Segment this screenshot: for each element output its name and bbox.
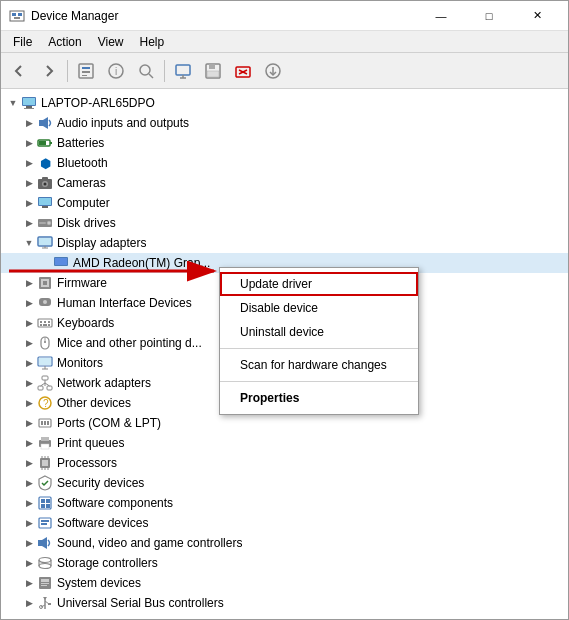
other-label: Other devices: [57, 396, 131, 410]
svg-text:⬢: ⬢: [40, 156, 51, 171]
svg-rect-16: [209, 64, 215, 69]
expand-icon[interactable]: ▶: [21, 455, 37, 471]
expand-icon[interactable]: ▶: [21, 215, 37, 231]
menu-view[interactable]: View: [90, 33, 132, 51]
menu-help[interactable]: Help: [132, 33, 173, 51]
toolbar-btn-search[interactable]: [132, 57, 160, 85]
svg-rect-79: [47, 421, 49, 425]
menu-action[interactable]: Action: [40, 33, 89, 51]
svg-point-104: [39, 564, 51, 569]
svg-rect-17: [207, 71, 219, 77]
tree-item-sound[interactable]: ▶ Sound, video and game controllers: [1, 533, 568, 553]
svg-point-53: [43, 300, 47, 304]
expand-icon[interactable]: ▶: [21, 115, 37, 131]
close-button[interactable]: ✕: [514, 1, 560, 31]
ctx-scan-hardware[interactable]: Scan for hardware changes: [220, 353, 418, 377]
tree-item-disk[interactable]: ▶ Disk drives: [1, 213, 568, 233]
toolbar-btn-download[interactable]: [259, 57, 287, 85]
software2-icon: [37, 515, 53, 531]
expand-icon-root[interactable]: ▼: [5, 95, 21, 111]
expand-icon[interactable]: ▶: [21, 375, 37, 391]
tree-item-software-devices[interactable]: ▶ Software devices: [1, 513, 568, 533]
expand-icon[interactable]: ▶: [21, 195, 37, 211]
expand-icon[interactable]: ▶: [21, 335, 37, 351]
svg-point-41: [47, 221, 51, 225]
tree-item-print[interactable]: ▶ Print queues: [1, 433, 568, 453]
expand-icon[interactable]: ▶: [21, 415, 37, 431]
toolbar-btn-monitor[interactable]: [169, 57, 197, 85]
expand-icon[interactable]: ▶: [21, 435, 37, 451]
svg-rect-55: [40, 321, 42, 323]
tree-item-ports[interactable]: ▶ Ports (COM & LPT): [1, 413, 568, 433]
expand-icon: [37, 255, 53, 271]
tree-item-software-components[interactable]: ▶ Software components: [1, 493, 568, 513]
keyboards-label: Keyboards: [57, 316, 114, 330]
tree-item-computer[interactable]: ▶ Computer: [1, 193, 568, 213]
toolbar-btn-info[interactable]: i: [102, 57, 130, 85]
expand-icon[interactable]: ▶: [21, 535, 37, 551]
amd-label: AMD Radeon(TM) Grap...: [73, 256, 210, 270]
expand-icon[interactable]: ▶: [21, 295, 37, 311]
ctx-disable-device[interactable]: Disable device: [220, 296, 418, 320]
tree-item-usb[interactable]: ▶ Universal Serial Bus controllers: [1, 593, 568, 613]
svg-rect-112: [48, 603, 51, 605]
expand-icon[interactable]: ▶: [21, 355, 37, 371]
hid-label: Human Interface Devices: [57, 296, 192, 310]
ctx-update-driver[interactable]: Update driver: [220, 272, 418, 296]
expand-icon[interactable]: ▶: [21, 595, 37, 611]
expand-icon[interactable]: ▶: [21, 495, 37, 511]
tree-item-bluetooth[interactable]: ▶ ⬢ Bluetooth: [1, 153, 568, 173]
svg-point-63: [44, 341, 46, 343]
toolbar-btn-remove[interactable]: [229, 57, 257, 85]
tree-item-storage[interactable]: ▶ Storage controllers: [1, 553, 568, 573]
svg-marker-110: [43, 597, 47, 600]
tree-item-security[interactable]: ▶ Security devices: [1, 473, 568, 493]
toolbar-btn-save[interactable]: [199, 57, 227, 85]
maximize-button[interactable]: □: [466, 1, 512, 31]
expand-icon[interactable]: ▶: [21, 315, 37, 331]
hid-icon: [37, 295, 53, 311]
tree-item-system[interactable]: ▶ System devices: [1, 573, 568, 593]
svg-rect-48: [55, 258, 67, 265]
svg-rect-65: [39, 358, 51, 365]
device-manager-window: Device Manager — □ ✕ File Action View He…: [0, 0, 569, 620]
root-label: LAPTOP-ARL65DPO: [41, 96, 155, 110]
tree-item-processors[interactable]: ▶ Processors: [1, 453, 568, 473]
minimize-button[interactable]: —: [418, 1, 464, 31]
svg-rect-24: [23, 98, 35, 105]
svg-rect-36: [42, 177, 48, 180]
expand-icon[interactable]: ▶: [21, 155, 37, 171]
svg-rect-70: [47, 386, 52, 390]
tree-item-audio[interactable]: ▶ Audio inputs and outputs: [1, 113, 568, 133]
svg-rect-95: [46, 504, 50, 508]
tree-root[interactable]: ▼ LAPTOP-ARL65DPO: [1, 93, 568, 113]
svg-rect-78: [44, 421, 46, 425]
ctx-properties[interactable]: Properties: [220, 386, 418, 410]
sound-icon: [37, 535, 53, 551]
expand-icon[interactable]: ▶: [21, 395, 37, 411]
expand-icon[interactable]: ▶: [21, 555, 37, 571]
forward-button[interactable]: [35, 57, 63, 85]
expand-icon[interactable]: ▶: [21, 475, 37, 491]
tree-item-batteries[interactable]: ▶ Batteries: [1, 133, 568, 153]
svg-rect-97: [41, 520, 49, 522]
bluetooth-icon: ⬢: [37, 155, 53, 171]
tree-item-cameras[interactable]: ▶ Cameras: [1, 173, 568, 193]
expand-icon[interactable]: ▶: [21, 575, 37, 591]
svg-rect-108: [41, 585, 47, 586]
expand-icon[interactable]: ▶: [21, 135, 37, 151]
svg-rect-25: [26, 106, 32, 108]
toolbar-btn-properties[interactable]: [72, 57, 100, 85]
svg-rect-59: [43, 324, 47, 326]
svg-point-35: [44, 183, 47, 186]
menu-file[interactable]: File: [5, 33, 40, 51]
ctx-uninstall-device[interactable]: Uninstall device: [220, 320, 418, 344]
back-button[interactable]: [5, 57, 33, 85]
expand-icon[interactable]: ▼: [21, 235, 37, 251]
expand-icon[interactable]: ▶: [21, 515, 37, 531]
tree-item-display-adapters[interactable]: ▼ Display adapters: [1, 233, 568, 253]
expand-icon[interactable]: ▶: [21, 175, 37, 191]
expand-icon[interactable]: ▶: [21, 275, 37, 291]
svg-text:i: i: [115, 66, 117, 77]
title-bar: Device Manager — □ ✕: [1, 1, 568, 31]
